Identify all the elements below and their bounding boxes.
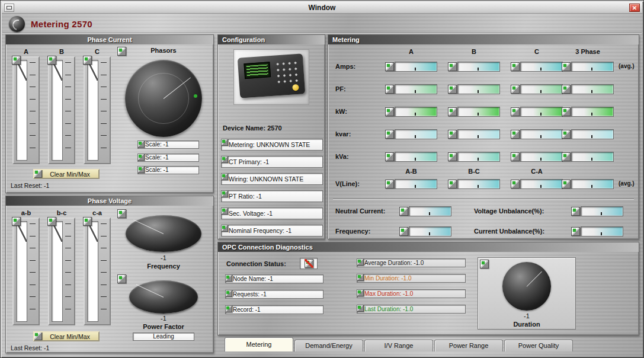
quality-icon: [137, 154, 145, 161]
metering-field-kw-c: [511, 106, 563, 117]
opc-field-text: Min Duration: -1.0: [364, 275, 411, 282]
line-header-bc: B-C: [448, 168, 500, 175]
current-unbalance-label: Current Unbalance(%):: [474, 228, 544, 235]
quality-icon: [511, 130, 520, 139]
opc-header: OPC Connection Diagnostics: [218, 242, 639, 252]
tab-power-quality[interactable]: Power Quality: [504, 340, 573, 351]
phase-current-bar-a: A: [12, 48, 40, 164]
opc-field-text: Max Duration: -1.0: [364, 290, 413, 297]
gauge-needle-icon: [527, 271, 542, 287]
power-factor-gauge-label: Power Factor: [116, 323, 211, 330]
opc-field-max-duration: Max Duration: -1.0: [357, 289, 466, 298]
opc-field-record: Record: -1: [225, 305, 323, 314]
bar-gauge-b: [48, 56, 75, 164]
quality-icon: [385, 152, 394, 161]
metering-panel: Metering A B C 3 Phase Amps: (avg.) PF: …: [328, 34, 639, 239]
tab-metering[interactable]: Metering: [225, 337, 293, 351]
clear-minmax-button[interactable]: Clear Min/Max: [33, 331, 100, 341]
quality-icon: [225, 274, 232, 282]
config-field-text: CT Primary: -1: [229, 158, 269, 165]
config-field-metering-state: Metering: UNKNOWN STATE: [221, 139, 323, 151]
value-display: [581, 226, 623, 236]
metering-field-pf-3phase: [562, 84, 614, 95]
close-icon[interactable]: ✕: [629, 4, 640, 12]
value-display: [571, 62, 614, 72]
metering-field-neutral-current: [399, 206, 451, 217]
phase-voltage-bar-ca: c-a: [83, 209, 111, 325]
quality-icon: [562, 85, 571, 94]
value-display: [520, 129, 563, 139]
tab-power-range[interactable]: Power Range: [434, 340, 503, 351]
value-display: [520, 152, 563, 162]
metering-field-pf-a: [385, 84, 437, 95]
device-yellow-button: [292, 84, 299, 91]
voltage-unbalance-label: Voltage Unbalance(%):: [474, 207, 544, 215]
quality-icon: [225, 305, 232, 312]
scale-value: Scale: -1: [145, 141, 168, 148]
metering-field-vline-3phase: [562, 178, 614, 190]
quality-icon: [33, 331, 42, 340]
metering-field-vline-ab: [385, 178, 437, 190]
gauge-needle-icon: [133, 219, 164, 234]
value-display: [571, 84, 614, 94]
quality-icon: [562, 107, 571, 116]
connection-error-icon: [305, 259, 313, 268]
quality-icon: [480, 260, 489, 268]
quality-icon: [221, 156, 228, 163]
config-field-sec-voltage: Sec. Voltage: -1: [221, 207, 323, 219]
tab-demand-energy[interactable]: Demand/Energy: [294, 340, 363, 351]
power-factor-state-field: Leading: [133, 333, 194, 341]
metering-field-vline-ca: [511, 178, 563, 190]
opc-field-node-name: Node Name: -1: [225, 274, 323, 283]
quality-icon: [12, 56, 21, 65]
device-name-text: Device Name: 2570: [223, 124, 282, 132]
phase-voltage-bar-ab: a-b: [12, 209, 40, 325]
phase-current-panel: Phase Current A B C Phasors Scale: -1 Sc…: [5, 34, 214, 193]
opc-field-text: Requests: -1: [233, 291, 267, 298]
quality-icon: [357, 258, 364, 266]
opc-field-requests: Requests: -1: [225, 290, 323, 299]
metering-field-pf-c: [511, 84, 563, 95]
quality-icon: [448, 107, 457, 116]
phase-voltage-panel: Phase Voltage a-b b-c c-a -1 Frequency -…: [5, 196, 214, 353]
metering-field-voltage-unbalance: [571, 206, 623, 217]
config-field-text: Nominal Frequency: -1: [229, 227, 291, 234]
value-display: [571, 107, 614, 117]
quality-icon: [511, 62, 520, 71]
config-field-text: PT Ratio: -1: [229, 193, 262, 200]
phase-current-header: Phase Current: [6, 35, 213, 44]
quality-icon: [47, 217, 56, 226]
metering-field-kvar-a: [385, 129, 437, 140]
quality-icon: [385, 130, 394, 139]
value-display: [520, 107, 563, 117]
config-field-pt-ratio: PT Ratio: -1: [221, 190, 323, 202]
row-label-amps: Amps:: [335, 63, 355, 70]
frequency-gauge-label: Frequency: [116, 263, 211, 270]
quality-icon: [117, 274, 126, 283]
quality-icon: [83, 217, 92, 226]
bar-ticks: [65, 62, 71, 158]
value-display: [395, 107, 437, 117]
duration-gauge-box: -1 Duration: [478, 257, 576, 330]
metering-header: Metering: [328, 35, 639, 44]
column-header-c: C: [511, 48, 563, 55]
metering-field-frequency: [399, 226, 451, 237]
quality-icon: [562, 130, 571, 139]
quality-icon: [47, 56, 56, 65]
gauge-needle-icon: [136, 284, 164, 297]
quality-icon: [33, 169, 42, 178]
metering-field-kvar-3phase: [562, 129, 614, 140]
clear-minmax-button[interactable]: Clear Min/Max: [33, 169, 100, 179]
value-display: [409, 226, 451, 236]
phasor-dial: [125, 60, 202, 137]
tab-iv-range[interactable]: I/V Range: [364, 340, 433, 351]
value-display: [395, 84, 437, 94]
bar-gauge-ab: [12, 218, 40, 325]
scale-field-1: Scale: -1: [137, 140, 199, 149]
row-label-kvar: kvar:: [335, 130, 351, 138]
quality-icon: [225, 290, 232, 297]
value-display: [457, 152, 500, 162]
value-display: [409, 206, 451, 216]
bar-ticks: [30, 62, 36, 158]
bar-track: [16, 60, 27, 161]
